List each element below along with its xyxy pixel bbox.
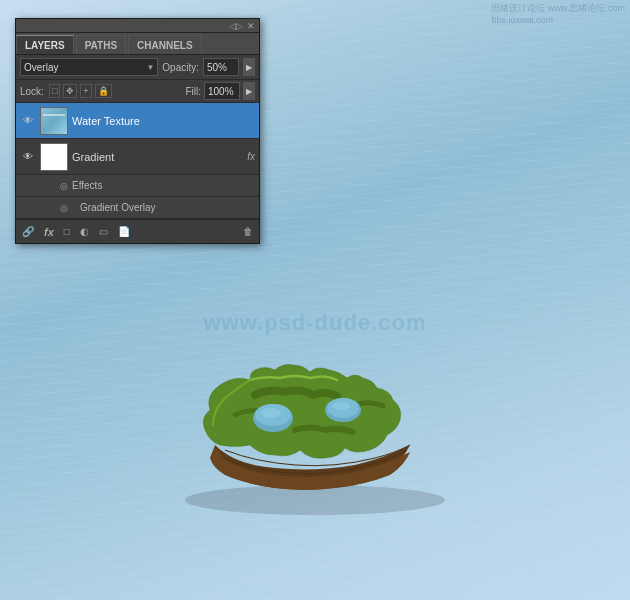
new-layer-icon[interactable]: 📄	[116, 225, 132, 238]
fx-badge-gradient: fx	[247, 151, 255, 162]
lock-paint-icon[interactable]: ✥	[63, 84, 77, 98]
panel-toolbar: 🔗 fx □ ◐ ▭ 📄 🗑	[16, 219, 259, 243]
blend-mode-arrow: ▼	[146, 63, 154, 72]
fill-label: Fill:	[185, 86, 201, 97]
fill-input[interactable]: 100%	[204, 82, 240, 100]
fill-arrow[interactable]: ▶	[243, 82, 255, 100]
tab-paths[interactable]: PATHS	[76, 35, 126, 54]
collapse-arrows[interactable]: ◁▷	[229, 21, 243, 31]
svg-point-3	[261, 408, 281, 418]
svg-point-6	[332, 402, 350, 410]
adjustment-layer-icon[interactable]: ◐	[78, 225, 91, 238]
effects-sub-item[interactable]: ◎ Effects	[16, 175, 259, 197]
layer-item-gradient[interactable]: 👁 Gradient fx	[16, 139, 259, 175]
tab-channels[interactable]: CHANNELS	[128, 35, 202, 54]
effects-icon: ◎	[60, 181, 68, 191]
fill-section: Fill: 100% ▶	[185, 82, 255, 100]
add-style-icon[interactable]: fx	[42, 225, 56, 239]
gradient-overlay-icon: ◎	[60, 203, 68, 213]
add-mask-icon[interactable]: □	[62, 225, 72, 238]
lock-all-icon[interactable]: 🔒	[95, 84, 112, 98]
blend-mode-select[interactable]: Overlay ▼	[20, 58, 158, 76]
opacity-label: Opacity:	[162, 62, 199, 73]
water-thumb-preview	[41, 108, 67, 134]
lock-row: Lock: □ ✥ + 🔒 Fill: 100% ▶	[16, 80, 259, 103]
layers-panel: ◁▷ ✕ LAYERS PATHS CHANNELS Overlay ▼ Opa…	[15, 18, 260, 244]
close-button[interactable]: ✕	[247, 21, 255, 31]
brand-text: 思绪设计论坛 www.思绪论坛.com bbs.ioxwai.com	[491, 2, 625, 25]
eye-icon-water-texture[interactable]: 👁	[20, 113, 36, 129]
layer-list: 👁 Water Texture 👁 Gradient fx ◎ Effects …	[16, 103, 259, 219]
island-illustration	[155, 300, 475, 520]
link-layers-icon[interactable]: 🔗	[20, 225, 36, 238]
layer-thumb-gradient	[40, 143, 68, 171]
panel-tabs: LAYERS PATHS CHANNELS	[16, 33, 259, 55]
delete-layer-icon[interactable]: 🗑	[241, 225, 255, 238]
eye-icon-gradient[interactable]: 👁	[20, 149, 36, 165]
new-group-icon[interactable]: ▭	[97, 225, 110, 238]
gradient-overlay-label: Gradient Overlay	[72, 202, 156, 213]
blend-mode-value: Overlay	[24, 62, 58, 73]
effects-label: Effects	[72, 180, 102, 191]
gradient-overlay-sub-item[interactable]: ◎ Gradient Overlay	[16, 197, 259, 219]
layer-name-water-texture: Water Texture	[72, 115, 255, 127]
layer-thumb-water-texture	[40, 107, 68, 135]
layer-item-water-texture[interactable]: 👁 Water Texture	[16, 103, 259, 139]
gradient-thumb-preview	[41, 144, 67, 170]
blend-mode-row: Overlay ▼ Opacity: 50% ▶	[16, 55, 259, 80]
lock-label: Lock:	[20, 86, 44, 97]
lock-transparency-icon[interactable]: □	[49, 84, 60, 98]
opacity-arrow[interactable]: ▶	[243, 58, 255, 76]
opacity-input[interactable]: 50%	[203, 58, 239, 76]
panel-top-bar: ◁▷ ✕	[16, 19, 259, 33]
layer-name-gradient: Gradient	[72, 151, 243, 163]
lock-move-icon[interactable]: +	[80, 84, 91, 98]
tab-layers[interactable]: LAYERS	[16, 35, 74, 54]
